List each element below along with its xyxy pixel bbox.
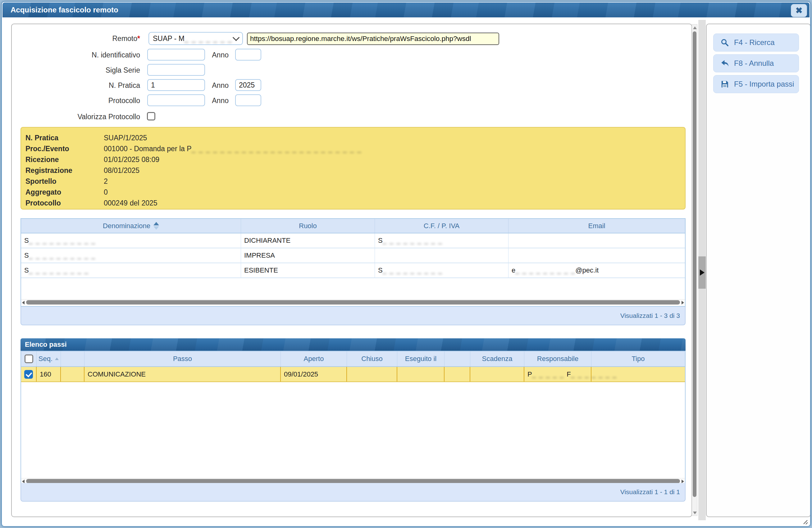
summary-row: Aggregato0 <box>21 187 685 198</box>
visualizzati-count: Visualizzati 1 - 3 di 3 <box>620 312 680 319</box>
redacted-text: _ _ _ _ _ <box>532 370 564 378</box>
scroll-up-icon[interactable] <box>693 26 697 29</box>
screen: Acquisizione fascicolo remoto ✖ Remoto* … <box>0 0 812 528</box>
valorizza-protocollo-checkbox[interactable] <box>147 112 155 120</box>
summary-row: Proc./Evento001000 - Domanda per la P_ _… <box>21 144 685 154</box>
column-header-chiuso[interactable]: Chiuso <box>347 351 397 366</box>
anno-label-1: Anno <box>188 51 229 59</box>
select-all-checkbox[interactable] <box>25 354 33 363</box>
remoto-select-redacted: _ _ _ _ _ _ _ <box>185 34 232 43</box>
collapse-handle-icon <box>700 269 705 276</box>
visualizzati-count: Visualizzati 1 - 1 di 1 <box>620 488 680 496</box>
redacted-text: _ _ _ _ _ _ _ _ _ _ <box>29 252 96 259</box>
anno-input-2[interactable] <box>235 79 261 91</box>
column-header-email[interactable]: Email <box>508 219 685 233</box>
undo-icon <box>720 59 729 68</box>
redacted-text: _ _ _ _ _ _ _ _ _ _ <box>29 237 96 245</box>
summary-row: Registrazione08/01/2025 <box>21 165 685 176</box>
column-header-passo[interactable]: Passo <box>85 351 281 366</box>
anno-input-1[interactable] <box>235 49 261 61</box>
dialog-title: Acquisizione fascicolo remoto <box>2 5 118 14</box>
subjects-table: Denominazione Ruolo C.F. / P. IVA Email … <box>20 218 685 307</box>
actions-panel: F4 - Ricerca F8 - Annulla F5 - Importa p… <box>706 24 811 517</box>
table-empty-area <box>21 382 685 478</box>
column-header-responsabile[interactable]: Responsabile <box>524 351 592 366</box>
subjects-row-1[interactable]: S_ _ _ _ _ _ _ _ _ _ DICHIARANTE S_ _ _ … <box>21 233 685 248</box>
column-header-seq[interactable]: Seq. <box>37 351 61 366</box>
splitter-grab[interactable] <box>698 256 706 289</box>
column-header-blank-1 <box>61 351 85 366</box>
redacted-text: _ _ _ _ _ _ _ _ _ <box>383 237 443 245</box>
steps-table-header: Seq. Passo Aperto Chiuso Eseguito il Sca… <box>21 351 685 367</box>
summary-row: Protocollo000249del2025 <box>21 198 685 209</box>
subjects-row-2[interactable]: S_ _ _ _ _ _ _ _ _ _ IMPRESA <box>21 248 685 263</box>
protocollo-label: Protocollo <box>45 96 140 105</box>
redacted-text: _ _ _ _ _ _ _ _ _ <box>515 266 575 274</box>
chevron-down-icon <box>233 34 240 41</box>
column-header-tipo[interactable]: Tipo <box>592 351 685 366</box>
summary-row: Sportello2 <box>21 176 685 187</box>
sort-icon <box>154 222 159 230</box>
redacted-text: _ _ _ _ _ _ _ _ _ <box>29 266 89 274</box>
search-icon <box>720 38 729 47</box>
summary-row: N. PraticaSUAP/1/2025 <box>21 133 685 144</box>
row-checkbox[interactable] <box>24 370 33 379</box>
subjects-row-3[interactable]: S_ _ _ _ _ _ _ _ _ ESIBENTE S_ _ _ _ _ _… <box>21 263 685 278</box>
close-button[interactable]: ✖ <box>791 4 807 17</box>
remoto-select[interactable]: SUAP - M _ _ _ _ _ _ _ <box>148 32 243 45</box>
table-empty-area <box>21 278 685 299</box>
f5-importa-passi-button[interactable]: F5 - Importa passi <box>713 75 799 93</box>
sort-icon <box>55 358 59 360</box>
f4-ricerca-button[interactable]: F4 - Ricerca <box>713 33 799 51</box>
anno-input-3[interactable] <box>235 94 261 106</box>
redacted-text: _ _ _ _ _ _ _ _ _ <box>383 266 443 274</box>
required-asterisk: * <box>137 34 140 43</box>
n-identificativo-label: N. identificativo <box>45 51 140 59</box>
column-header-eseguito-il[interactable]: Eseguito il <box>397 351 445 366</box>
column-header-scadenza[interactable]: Scadenza <box>470 351 524 366</box>
section-title: Elenco passi <box>20 341 67 349</box>
steps-table: Seq. Passo Aperto Chiuso Eseguito il Sca… <box>20 351 685 483</box>
n-pratica-label: N. Pratica <box>45 81 140 90</box>
steps-table-footer: Visualizzati 1 - 1 di 1 <box>20 483 685 502</box>
horizontal-scrollbar[interactable] <box>21 299 685 305</box>
scroll-thumb[interactable] <box>26 479 680 483</box>
proc-evento-redacted: _ _ _ _ _ _ _ _ _ _ _ _ _ _ _ _ _ _ _ _ … <box>192 145 362 153</box>
sigla-serie-input[interactable] <box>147 64 205 76</box>
anno-label-3: Anno <box>188 96 229 105</box>
save-icon <box>720 80 729 89</box>
scroll-right-icon[interactable] <box>682 301 684 304</box>
column-header-cf-piva[interactable]: C.F. / P. IVA <box>375 219 508 233</box>
scroll-thumb[interactable] <box>26 300 680 304</box>
subjects-table-footer: Visualizzati 1 - 3 di 3 <box>20 307 685 325</box>
column-header-ruolo[interactable]: Ruolo <box>241 219 375 233</box>
valorizza-protocollo-label: Valorizza Protocollo <box>45 113 140 121</box>
anno-label-2: Anno <box>188 81 229 90</box>
pratica-summary-box: N. PraticaSUAP/1/2025 Proc./Evento001000… <box>20 127 685 210</box>
column-header-blank-2 <box>445 351 470 366</box>
sigla-serie-label: Sigla Serie <box>45 66 140 75</box>
subjects-table-header: Denominazione Ruolo C.F. / P. IVA Email <box>21 219 685 233</box>
column-header-denominazione[interactable]: Denominazione <box>21 219 241 233</box>
panel-splitter[interactable] <box>698 20 706 520</box>
column-header-aperto[interactable]: Aperto <box>281 351 347 366</box>
scroll-thumb[interactable] <box>693 31 696 497</box>
resize-grip-icon[interactable] <box>801 517 808 525</box>
close-icon: ✖ <box>796 6 803 15</box>
summary-row: Ricezione01/01/2025 08:09 <box>21 154 685 165</box>
main-vertical-scrollbar[interactable] <box>692 24 697 516</box>
url-input[interactable] <box>247 33 499 45</box>
redacted-text: _ _ _ _ _ _ _ <box>571 370 617 378</box>
f8-annulla-button[interactable]: F8 - Annulla <box>713 54 799 72</box>
acquisizione-dialog: Acquisizione fascicolo remoto ✖ Remoto* … <box>1 1 811 527</box>
dialog-titlebar: Acquisizione fascicolo remoto <box>2 2 810 17</box>
remoto-label: Remoto* <box>45 34 140 43</box>
step-row[interactable]: 160 COMUNICAZIONE 09/01/2025 P_ _ _ _ _F… <box>21 367 685 382</box>
scroll-down-icon[interactable] <box>693 512 697 514</box>
elenco-passi-header: Elenco passi <box>20 338 685 351</box>
scroll-left-icon[interactable] <box>22 301 25 304</box>
